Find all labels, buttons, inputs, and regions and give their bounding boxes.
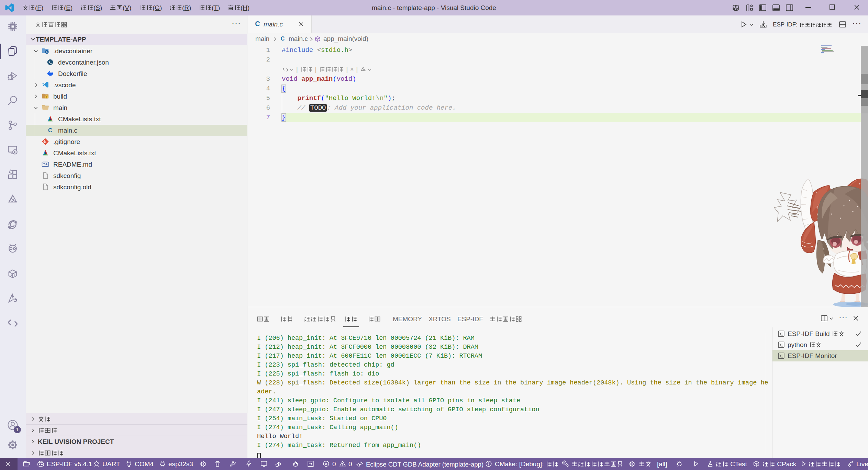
svg-text:C: C: [48, 127, 53, 134]
svg-text:C: C: [281, 36, 285, 42]
svg-text:C: C: [255, 20, 260, 27]
